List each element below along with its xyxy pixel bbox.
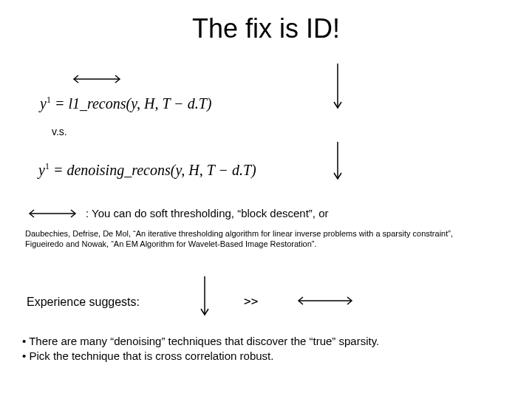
experience-label: Experience suggests:	[27, 296, 140, 309]
soft-threshold-line: : You can do soft thresholding, “block d…	[86, 207, 329, 219]
slide-title: The fix is ID!	[0, 13, 532, 44]
down-arrow-icon	[332, 61, 343, 112]
double-arrow-icon	[71, 74, 123, 84]
ref-line-1: Daubechies, Defrise, De Mol, “An iterati…	[25, 229, 513, 239]
equation-1: y1 = l1_recons(y, H, T − d.T)	[40, 95, 211, 112]
vs-label: v.s.	[52, 126, 67, 137]
bullet-list: • There are many “denoising” techniques …	[22, 334, 510, 364]
down-arrow-icon	[332, 139, 343, 183]
slide: The fix is ID! y1 = l1_recons(y, H, T − …	[0, 0, 532, 399]
bullet-1: • There are many “denoising” techniques …	[22, 334, 510, 349]
ref-line-2: Figueiredo and Nowak, “An EM Algorithm f…	[25, 239, 513, 250]
bullet-2: • Pick the technique that is cross corre…	[22, 349, 510, 364]
down-arrow-icon	[200, 273, 210, 319]
references: Daubechies, Defrise, De Mol, “An iterati…	[25, 229, 513, 250]
double-arrow-icon	[296, 296, 355, 306]
greater-than: >>	[244, 294, 258, 308]
equation-2: y1 = denoising_recons(y, H, T − d.T)	[38, 161, 256, 179]
double-arrow-icon	[27, 208, 78, 219]
